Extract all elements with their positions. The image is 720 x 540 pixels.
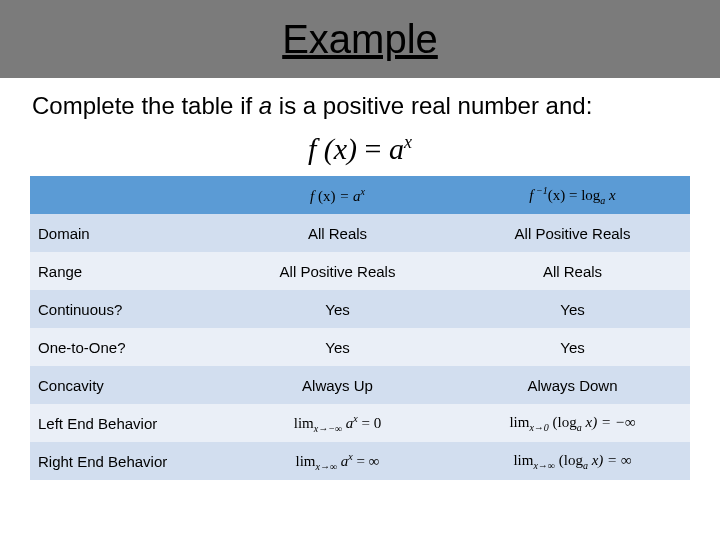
table-row-right-end: Right End Behavior limx→∞ ax = ∞ limx→∞ …	[30, 442, 690, 480]
row-value: limx→∞ (loga x) = ∞	[455, 442, 690, 480]
formula-eq: =	[357, 132, 389, 165]
row-label: Concavity	[30, 366, 220, 404]
row-value: Yes	[220, 328, 455, 366]
row-value: Always Up	[220, 366, 455, 404]
row-value: limx→−∞ ax = 0	[220, 404, 455, 442]
table-row: Concavity Always Up Always Down	[30, 366, 690, 404]
header-col-finv: f −1(x) = loga x	[455, 176, 690, 214]
formula-lhs: f (x)	[308, 132, 357, 165]
row-label: One-to-One?	[30, 328, 220, 366]
row-value: limx→∞ ax = ∞	[220, 442, 455, 480]
row-value: limx→0 (loga x) = −∞	[455, 404, 690, 442]
prompt-text: Complete the table if a is a positive re…	[0, 78, 720, 128]
row-value: All Reals	[455, 252, 690, 290]
row-value: Yes	[455, 328, 690, 366]
row-label: Continuous?	[30, 290, 220, 328]
table-row: Range All Positive Reals All Reals	[30, 252, 690, 290]
table-row: Continuous? Yes Yes	[30, 290, 690, 328]
title-bar: Example	[0, 0, 720, 78]
table-row-left-end: Left End Behavior limx→−∞ ax = 0 limx→0 …	[30, 404, 690, 442]
slide: Example Complete the table if a is a pos…	[0, 0, 720, 540]
row-value: All Reals	[220, 214, 455, 252]
prompt-pre: Complete the table if	[32, 92, 259, 119]
properties-table: f (x) = ax f −1(x) = loga x Domain All R…	[30, 176, 690, 480]
prompt-var: a	[259, 92, 272, 119]
row-value: Always Down	[455, 366, 690, 404]
row-label: Domain	[30, 214, 220, 252]
formula-base: a	[389, 132, 404, 165]
header-empty	[30, 176, 220, 214]
row-label: Left End Behavior	[30, 404, 220, 442]
row-value: Yes	[455, 290, 690, 328]
formula-exp: x	[404, 132, 412, 152]
table-row: One-to-One? Yes Yes	[30, 328, 690, 366]
row-label: Range	[30, 252, 220, 290]
row-value: Yes	[220, 290, 455, 328]
prompt-post: is a positive real number and:	[272, 92, 592, 119]
row-value: All Positive Reals	[455, 214, 690, 252]
table-row: Domain All Reals All Positive Reals	[30, 214, 690, 252]
header-col-fx: f (x) = ax	[220, 176, 455, 214]
main-formula: f (x) = ax	[0, 128, 720, 176]
table-header-row: f (x) = ax f −1(x) = loga x	[30, 176, 690, 214]
slide-title: Example	[282, 17, 438, 62]
row-label: Right End Behavior	[30, 442, 220, 480]
row-value: All Positive Reals	[220, 252, 455, 290]
